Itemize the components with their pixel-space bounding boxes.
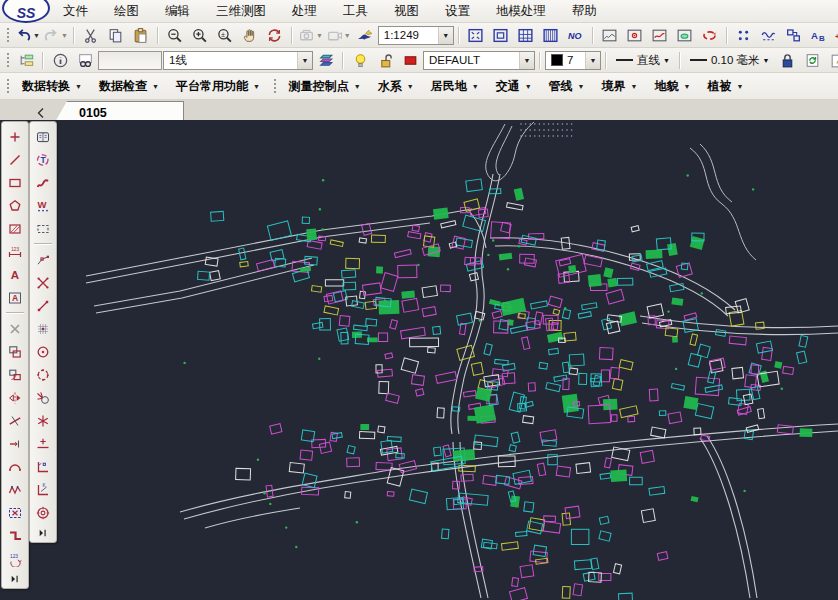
draw-polyline-button[interactable] — [3, 478, 27, 501]
category-button-3[interactable]: 平台常用功能▼ — [168, 74, 268, 98]
draw-dimension-button[interactable]: 123 — [3, 240, 27, 263]
point-display-button[interactable] — [732, 24, 756, 46]
lock-drawing-button[interactable] — [775, 49, 799, 71]
toolbar-grip[interactable] — [272, 77, 277, 95]
fly-view-button[interactable] — [353, 24, 377, 46]
orbit-button[interactable] — [263, 24, 287, 46]
category-button-10[interactable]: 地貌▼ — [646, 74, 698, 98]
toolbar-overflow-button[interactable] — [32, 526, 54, 540]
toolbar-grip[interactable] — [5, 51, 10, 69]
draw-line-button[interactable] — [3, 148, 27, 171]
undo-button[interactable]: ▼ — [14, 24, 41, 46]
menu-6[interactable]: 工具 — [330, 0, 381, 23]
layer-color-chip[interactable] — [398, 49, 422, 71]
notebook-button[interactable] — [31, 125, 55, 148]
zoom-in-button[interactable] — [188, 24, 212, 46]
menu-1[interactable]: 文件 — [50, 0, 101, 23]
menu-9[interactable]: 地模处理 — [483, 0, 559, 23]
coordinate-dim-button[interactable] — [31, 455, 55, 478]
zoom-window-button[interactable] — [464, 24, 488, 46]
layers-button[interactable] — [314, 49, 338, 71]
color-combo[interactable]: 7▼ — [545, 51, 601, 70]
trim-button[interactable] — [3, 409, 27, 432]
category-button-4[interactable]: 测量控制点▼ — [281, 74, 369, 98]
lineweight-combo[interactable]: 0.10 毫米▼ — [685, 49, 775, 71]
draw-pipe-button[interactable] — [3, 524, 27, 547]
redo-button[interactable]: ▼ — [42, 24, 69, 46]
control-target-button[interactable] — [31, 501, 55, 524]
menu-3[interactable]: 编辑 — [152, 0, 203, 23]
drawing-canvas[interactable] — [0, 120, 838, 600]
width-points-button[interactable]: W — [31, 194, 55, 217]
draw-text-button[interactable]: A — [3, 263, 27, 286]
refresh-drawing-button[interactable] — [800, 49, 824, 71]
grid-points-button[interactable] — [31, 317, 55, 340]
edit-node-button[interactable] — [31, 248, 55, 271]
select-window-button[interactable] — [31, 217, 55, 240]
copy-button[interactable] — [104, 24, 128, 46]
toolbar-grip[interactable] — [5, 26, 10, 44]
map-control-point-button[interactable] — [623, 24, 647, 46]
circle-center-button[interactable] — [31, 340, 55, 363]
zoom-out-button[interactable] — [163, 24, 187, 46]
linetype-display-button[interactable] — [757, 24, 781, 46]
layout-window-button[interactable] — [539, 24, 563, 46]
category-button-5[interactable]: 水系▼ — [370, 74, 422, 98]
branch-circle-button[interactable] — [31, 386, 55, 409]
select-circle-button[interactable] — [31, 363, 55, 386]
break-cross-button[interactable] — [31, 271, 55, 294]
map-region-button[interactable] — [673, 24, 697, 46]
toolbar-grip[interactable] — [5, 77, 10, 95]
layer-unlock-button[interactable] — [373, 49, 397, 71]
linetype-combo[interactable]: 直线▼ — [611, 49, 675, 71]
entity-type-combo[interactable]: 1线▼ — [163, 51, 313, 70]
category-button-6[interactable]: 居民地▼ — [423, 74, 487, 98]
named-view-button[interactable]: ▼ — [297, 24, 324, 46]
text-style-button[interactable]: AB — [807, 24, 831, 46]
category-button-2[interactable]: 数据检查▼ — [91, 74, 167, 98]
menu-8[interactable]: 设置 — [432, 0, 483, 23]
menu-10[interactable]: 帮助 — [559, 0, 610, 23]
text-style-button[interactable]: A — [3, 286, 27, 309]
entity-code-field[interactable] — [98, 51, 162, 70]
entity-info-button[interactable] — [48, 49, 72, 71]
menu-7[interactable]: 视图 — [381, 0, 432, 23]
extend-button[interactable] — [3, 432, 27, 455]
scale-combo[interactable]: 1:1249▼ — [378, 26, 454, 45]
camera-view-button[interactable]: ▼ — [325, 24, 352, 46]
rotate-annotate-button[interactable]: 123 — [3, 547, 27, 570]
draw-point-button[interactable] — [3, 125, 27, 148]
map-frame-button[interactable] — [598, 24, 622, 46]
grid-window-button[interactable] — [514, 24, 538, 46]
toolbar-overflow-button[interactable] — [4, 572, 26, 586]
category-button-11[interactable]: 植被▼ — [699, 74, 751, 98]
erase-button[interactable] — [3, 317, 27, 340]
number-annotate-button[interactable]: +123 — [832, 24, 838, 46]
category-button-1[interactable]: 数据转换▼ — [14, 74, 90, 98]
draw-curve-button[interactable] — [31, 171, 55, 194]
draw-rectangle-button[interactable] — [3, 171, 27, 194]
edit-attributes-button[interactable] — [825, 49, 838, 71]
draw-polygon-button[interactable] — [3, 194, 27, 217]
mirror-button[interactable] — [3, 386, 27, 409]
category-button-7[interactable]: 交通▼ — [488, 74, 540, 98]
block-manager-button[interactable] — [782, 24, 806, 46]
zoom-extents-button[interactable] — [489, 24, 513, 46]
map-polyline-button[interactable] — [648, 24, 672, 46]
copy-object-button[interactable] — [3, 340, 27, 363]
layer-combo[interactable]: DEFAULT▼ — [423, 51, 535, 70]
structure-tree-button[interactable] — [14, 49, 38, 71]
star-point-button[interactable] — [31, 409, 55, 432]
map-loop-button[interactable] — [698, 24, 722, 46]
menu-4[interactable]: 三维测图 — [203, 0, 279, 23]
draw-hatch-button[interactable] — [3, 217, 27, 240]
text-circle-button[interactable]: T — [31, 148, 55, 171]
cut-button[interactable] — [79, 24, 103, 46]
category-button-9[interactable]: 境界▼ — [594, 74, 646, 98]
entity-view-button[interactable] — [73, 49, 97, 71]
edit-segment-button[interactable] — [31, 294, 55, 317]
zoom-range-button[interactable]: ± — [213, 24, 237, 46]
layer-on-button[interactable] — [348, 49, 372, 71]
clip-box-button[interactable] — [3, 501, 27, 524]
menu-2[interactable]: 绘图 — [101, 0, 152, 23]
